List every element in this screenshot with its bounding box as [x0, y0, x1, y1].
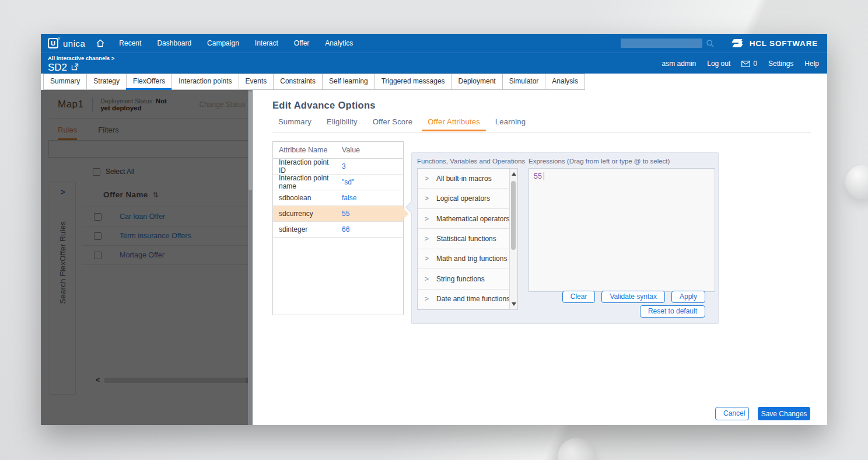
column-attribute-name: Attribute Name	[273, 146, 336, 154]
tab-flexoffers[interactable]: FlexOffers	[126, 74, 172, 90]
chevron-right-icon: >	[425, 175, 429, 183]
tab-simulator[interactable]: Simulator	[502, 74, 546, 90]
reset-to-default-button[interactable]: Reset to default	[640, 305, 705, 318]
modal-dim-overlay	[41, 90, 253, 425]
list-item[interactable]: >Date and time functions	[418, 290, 509, 309]
page-title: SD2	[48, 62, 67, 74]
text-cursor	[544, 172, 544, 180]
tab-analysis[interactable]: Analysis	[545, 74, 585, 90]
callout-pointer	[405, 201, 417, 213]
flexoffers-page-dimmed: Map1 Deployment Status:Not yet deployed …	[41, 90, 253, 425]
breadcrumb[interactable]: All interactive channels >	[48, 55, 114, 61]
cancel-button[interactable]: Cancel	[715, 407, 749, 420]
table-row-selected[interactable]: sdcurrency 55	[273, 206, 403, 222]
list-item[interactable]: >Logical operators	[418, 189, 509, 208]
menu-item-offer[interactable]: Offer	[294, 39, 309, 47]
hcl-logo-icon	[730, 39, 745, 48]
help-link[interactable]: Help	[804, 60, 819, 68]
channel-header-bar: All interactive channels > SD2 asm admin…	[41, 53, 827, 74]
user-name[interactable]: asm admin	[662, 60, 696, 68]
table-row[interactable]: sdboolean false	[273, 190, 403, 206]
edit-advance-options-panel: Edit Advance Options Summary Eligibility…	[253, 90, 827, 425]
user-actions: asm admin Log out 0 Settings Help	[662, 60, 819, 68]
chevron-right-icon: >	[425, 295, 429, 303]
envelope-icon	[741, 61, 750, 67]
chevron-right-icon: >	[425, 215, 429, 223]
clear-button[interactable]: Clear	[562, 291, 596, 303]
attribute-table-header: Attribute Name Value	[273, 142, 403, 159]
tab-self-learning[interactable]: Self learning	[322, 74, 375, 90]
modal-tabs: Summary Eligibility Offer Score Offer At…	[272, 117, 535, 131]
list-item[interactable]: >Mathematical operators	[418, 209, 509, 229]
vertical-scrollbar	[248, 90, 253, 425]
functions-scrollbar[interactable]	[509, 169, 517, 309]
modal-title: Edit Advance Options	[272, 100, 376, 111]
list-item[interactable]: >Math and trig functions	[418, 249, 509, 269]
logout-link[interactable]: Log out	[707, 60, 730, 68]
tab-triggered-messages[interactable]: Triggered messages	[374, 74, 452, 90]
attribute-table: Attribute Name Value Interaction point I…	[272, 141, 404, 315]
table-row[interactable]: Interaction point ID 3	[273, 159, 403, 175]
menu-item-recent[interactable]: Recent	[119, 39, 141, 47]
list-item[interactable]: >All built-in macros	[418, 169, 509, 189]
mail-indicator[interactable]: 0	[741, 60, 757, 68]
chevron-right-icon: >	[425, 235, 429, 243]
table-row[interactable]: sdinteger 66	[273, 222, 403, 238]
menu-item-interact[interactable]: Interact	[255, 39, 278, 47]
expression-textarea[interactable]: 55	[528, 168, 715, 292]
functions-label: Functions, Variables and Operations	[417, 158, 525, 165]
chevron-right-icon: >	[425, 194, 429, 203]
tab-strategy[interactable]: Strategy	[86, 74, 127, 90]
search-icon[interactable]	[706, 39, 715, 48]
app-window: U® unica Recent Dashboard Campaign Inter…	[41, 34, 827, 425]
home-icon[interactable]	[96, 39, 105, 48]
modal-tab-eligibility[interactable]: Eligibility	[321, 117, 363, 131]
unica-logo-icon: U®	[48, 38, 58, 48]
expressions-label: Expressions (Drag from left or type @ to…	[528, 158, 670, 165]
tab-interaction-points[interactable]: Interaction points	[172, 74, 239, 90]
tab-deployment[interactable]: Deployment	[452, 74, 503, 90]
expression-buttons: Clear Validate syntax Apply	[562, 291, 705, 303]
brand-name: unica	[63, 39, 85, 48]
tab-summary[interactable]: Summary	[43, 74, 87, 90]
expression-editor: Functions, Variables and Operations >All…	[411, 152, 719, 324]
list-item[interactable]: >Statistical functions	[418, 229, 509, 249]
apply-button[interactable]: Apply	[671, 291, 705, 303]
chevron-right-icon: >	[425, 255, 429, 263]
scroll-up-icon[interactable]	[512, 172, 516, 176]
modal-tab-offer-attributes[interactable]: Offer Attributes	[422, 117, 486, 131]
validate-syntax-button[interactable]: Validate syntax	[601, 291, 665, 303]
tab-events[interactable]: Events	[239, 74, 274, 90]
menu-item-analytics[interactable]: Analytics	[325, 39, 353, 47]
column-value: Value	[336, 146, 360, 154]
top-nav-bar: U® unica Recent Dashboard Campaign Inter…	[41, 34, 827, 53]
modal-tab-learning[interactable]: Learning	[489, 117, 531, 131]
scroll-down-icon[interactable]	[512, 302, 516, 306]
top-menu: Recent Dashboard Campaign Interact Offer…	[119, 39, 369, 47]
settings-link[interactable]: Settings	[768, 60, 793, 68]
chevron-right-icon: >	[425, 275, 429, 283]
menu-item-dashboard[interactable]: Dashboard	[157, 39, 191, 47]
functions-list: >All built-in macros >Logical operators …	[417, 168, 518, 310]
table-row[interactable]: Interaction point name "sd"	[273, 175, 403, 190]
external-link-icon[interactable]	[71, 62, 79, 73]
save-changes-button[interactable]: Save Changes	[758, 407, 810, 420]
page-tab-bar: Summary Strategy FlexOffers Interaction …	[41, 74, 827, 90]
search-input[interactable]	[621, 39, 702, 48]
divider	[272, 132, 811, 133]
menu-item-campaign[interactable]: Campaign	[207, 39, 239, 47]
modal-tab-summary[interactable]: Summary	[272, 117, 317, 131]
hcl-software-logo: HCL SOFTWARE	[730, 39, 818, 48]
modal-tab-offer-score[interactable]: Offer Score	[367, 117, 418, 131]
scrollbar-thumb[interactable]	[511, 181, 516, 250]
hcl-logo-text: HCL SOFTWARE	[750, 39, 818, 48]
list-item[interactable]: >String functions	[418, 269, 509, 289]
mail-count: 0	[753, 60, 757, 68]
channel-title-block: All interactive channels > SD2	[48, 54, 114, 74]
tab-constraints[interactable]: Constraints	[273, 74, 323, 90]
selection-pointer	[399, 209, 409, 219]
